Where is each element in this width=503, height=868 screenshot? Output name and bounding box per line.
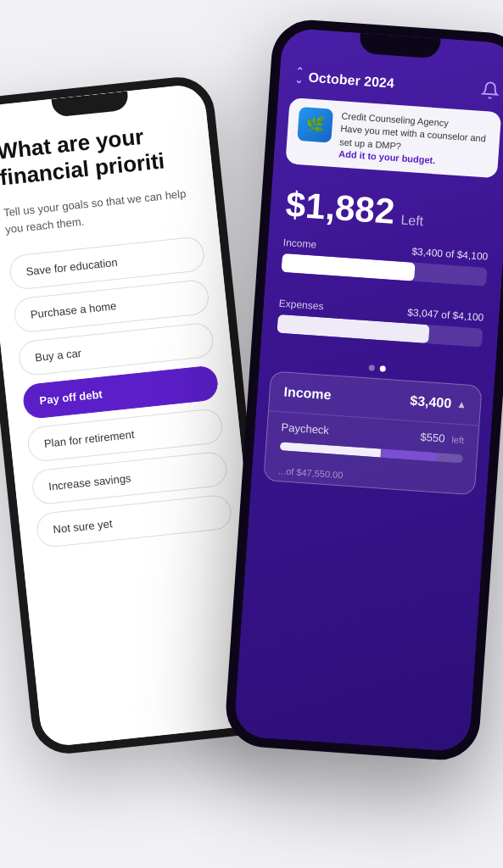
white-phone-content: What are your financial prioriti Tell us…: [0, 92, 253, 576]
dot-1[interactable]: [369, 365, 375, 371]
counseling-logo: 🌿: [297, 107, 333, 143]
paycheck-sub: left: [451, 434, 464, 445]
paycheck-amount: $550: [420, 431, 445, 445]
month-arrows-icon[interactable]: ⌃⌄: [294, 69, 304, 86]
income-card-value: $3,400: [410, 393, 452, 411]
income-value: $3,400 of $4,100: [411, 246, 489, 263]
balance-label: Left: [400, 213, 424, 230]
income-card-amount: $3,400 ▲: [410, 393, 467, 413]
counseling-text-block: Credit Counseling Agency Have you met wi…: [338, 109, 491, 169]
balance-amount: $1,882: [284, 184, 396, 232]
page-title: What are your financial prioriti: [0, 119, 195, 192]
chevron-up-icon[interactable]: ▲: [456, 398, 467, 411]
expenses-progress-fill: [277, 314, 429, 343]
income-progress-fill: [281, 253, 415, 281]
bell-icon[interactable]: [480, 81, 500, 100]
purple-phone: ⌃⌄ October 2024 🌿 Credit Counseling Agen…: [223, 18, 503, 763]
scene: What are your financial prioriti Tell us…: [0, 0, 503, 868]
paycheck-right: $550 left: [420, 431, 465, 447]
counseling-banner: 🌿 Credit Counseling Agency Have you met …: [285, 97, 501, 178]
expenses-label: Expenses: [278, 298, 324, 313]
income-card: Income $3,400 ▲ Paycheck $550 left: [263, 370, 482, 495]
month-label: October 2024: [308, 70, 394, 92]
purple-phone-inner: ⌃⌄ October 2024 🌿 Credit Counseling Agen…: [233, 27, 503, 752]
expenses-value: $3,047 of $4,100: [407, 307, 484, 324]
paycheck-label: Paycheck: [281, 421, 329, 437]
purple-phone-content: ⌃⌄ October 2024 🌿 Credit Counseling Agen…: [233, 27, 503, 752]
page-subtitle: Tell us your goals so that we can help y…: [3, 185, 200, 238]
income-card-title: Income: [283, 385, 332, 403]
balance-display: $1,882 Left: [284, 184, 492, 239]
income-label: Income: [282, 236, 316, 251]
partial-amount-text: ...of $47,550.00: [264, 459, 475, 494]
month-display[interactable]: ⌃⌄ October 2024: [294, 69, 394, 92]
paycheck-fill-purple: [382, 449, 437, 461]
dot-2[interactable]: [380, 365, 386, 371]
